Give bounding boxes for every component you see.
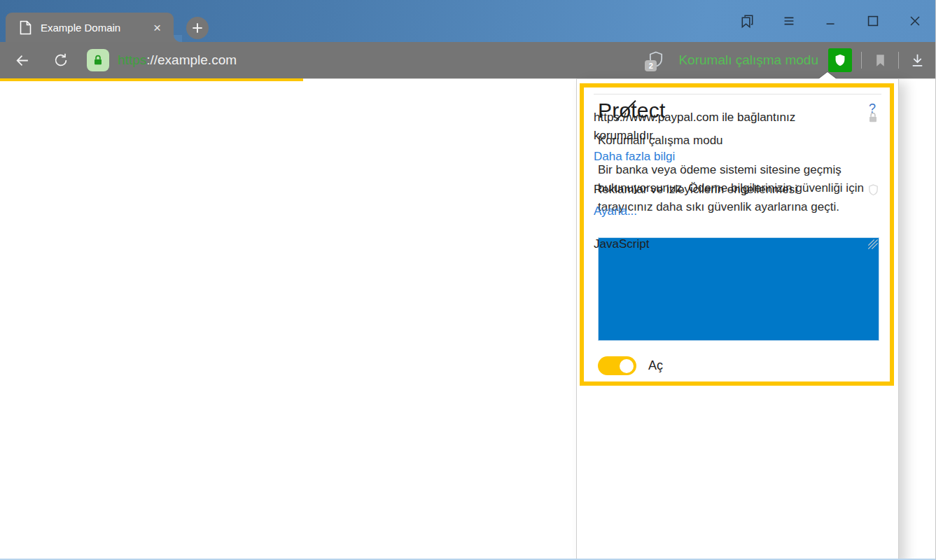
popup-arrow xyxy=(818,72,837,79)
gear-icon xyxy=(866,237,880,252)
blocked-count-badge: 2 xyxy=(645,60,657,71)
shield-outline-icon xyxy=(866,182,880,197)
ad-blocking-text: Reklamlar ve izleyicilerin engellenmesi xyxy=(594,181,846,199)
refresh-icon[interactable] xyxy=(52,51,70,69)
menu-icon[interactable] xyxy=(781,13,797,29)
connection-security-text: https://www.paypal.com ile bağlantınız k… xyxy=(594,108,846,144)
download-icon[interactable] xyxy=(908,51,926,69)
tab-title: Example Domain xyxy=(41,22,151,34)
minimize-icon[interactable] xyxy=(823,13,839,29)
protect-mode-toggle[interactable] xyxy=(598,356,636,375)
url-rest: ://example.com xyxy=(146,52,237,67)
collections-icon[interactable] xyxy=(739,13,755,29)
configure-link[interactable]: Ayarla... xyxy=(594,204,637,218)
tab-close-icon[interactable]: × xyxy=(151,20,164,36)
separator xyxy=(898,52,899,69)
secure-lock-icon[interactable] xyxy=(87,49,109,71)
page-document-icon xyxy=(20,20,32,35)
tab-example-domain[interactable]: Example Domain × xyxy=(6,13,174,42)
protect-mode-label[interactable]: Korumalı çalışma modu xyxy=(678,52,818,68)
bookmark-icon[interactable] xyxy=(871,51,889,69)
protect-popup: Protect ? Korumalı çalışma modu Bir bank… xyxy=(576,78,899,560)
browser-window: Example Domain × xyxy=(0,0,936,560)
toggle-knob xyxy=(620,359,634,373)
close-icon[interactable] xyxy=(907,13,923,29)
new-tab-button[interactable] xyxy=(186,17,209,39)
back-icon[interactable] xyxy=(13,51,31,69)
more-info-link[interactable]: Daha fazla bilgi xyxy=(594,150,675,164)
protect-shield-button[interactable] xyxy=(828,48,852,72)
maximize-icon[interactable] xyxy=(865,13,881,29)
javascript-section: JavaScript xyxy=(577,235,898,253)
titlebar: Example Domain × xyxy=(0,0,936,42)
separator xyxy=(861,52,862,69)
url-scheme: https xyxy=(118,52,146,67)
tab-corner xyxy=(174,35,182,42)
lock-icon xyxy=(866,110,880,125)
javascript-text: JavaScript xyxy=(594,235,846,253)
toggle-label: Aç xyxy=(648,358,663,373)
payment-banner-image xyxy=(598,237,879,341)
address-bar: https://example.com 2 Korumalı çalışma m… xyxy=(0,42,936,78)
url-field[interactable]: https://example.com xyxy=(118,52,237,68)
shield-counter-icon[interactable]: 2 xyxy=(646,49,667,71)
ad-blocking-section: Reklamlar ve izleyicilerin engellenmesi … xyxy=(577,181,898,218)
connection-security-section: https://www.paypal.com ile bağlantınız k… xyxy=(577,108,898,164)
